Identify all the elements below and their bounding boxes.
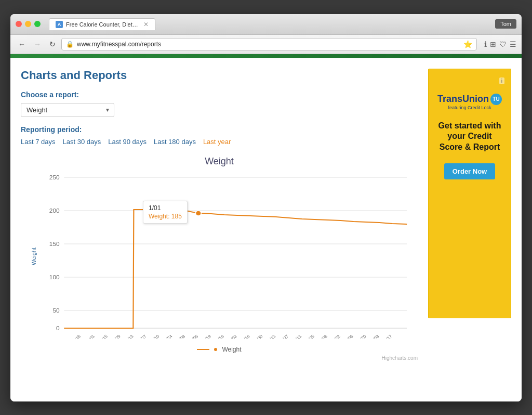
- menu-icon[interactable]: ☰: [510, 40, 516, 48]
- svg-text:11/10: 11/10: [149, 333, 161, 339]
- close-button[interactable]: [16, 21, 22, 27]
- ad-box: i TransUnion TU featuring Credit Lock Ge…: [428, 69, 511, 318]
- info-icon[interactable]: ℹ: [484, 40, 487, 48]
- period-section: Reporting period: Last 7 days Last 30 da…: [21, 125, 418, 146]
- title-bar: A Free Calorie Counter, Diet… ✕ Tom: [10, 14, 522, 35]
- tab-favicon: A: [56, 21, 63, 28]
- traffic-lights: [16, 21, 41, 27]
- svg-text:8/17: 8/17: [383, 333, 393, 339]
- svg-text:200: 200: [49, 208, 60, 214]
- svg-text:250: 250: [49, 174, 60, 180]
- period-180days[interactable]: Last 180 days: [154, 138, 196, 146]
- page-title: Charts and Reports: [21, 69, 418, 82]
- legend-label: Weight: [222, 346, 241, 353]
- chart-title: Weight: [21, 156, 418, 167]
- svg-text:150: 150: [49, 241, 60, 247]
- browser-window: A Free Calorie Counter, Diet… ✕ Tom ← → …: [10, 14, 522, 401]
- svg-text:6/08: 6/08: [318, 333, 329, 339]
- svg-text:9/01: 9/01: [86, 333, 96, 339]
- chart-legend: Weight: [21, 346, 418, 353]
- svg-point-39: [195, 211, 201, 216]
- nav-bar: ← → ↻ 🔒 www.myfitnesspal.com/reports ⭐ ℹ…: [10, 35, 522, 54]
- maximize-button[interactable]: [34, 21, 41, 27]
- chart-area: Weight 250 200 150 100 5: [42, 172, 413, 341]
- ad-headline: Get started with your Credit Score & Rep…: [435, 121, 504, 153]
- reload-button[interactable]: ↻: [47, 39, 58, 49]
- chart-svg: 250 200 150 100 50 0 8/18 9/01 8/18: [42, 172, 413, 339]
- y-axis-label: Weight: [31, 247, 37, 265]
- svg-text:100: 100: [49, 274, 60, 280]
- svg-text:3/02: 3/02: [228, 333, 238, 339]
- svg-text:11/24: 11/24: [162, 333, 174, 339]
- nav-icons: ℹ ⊞ 🛡 ☰: [484, 40, 516, 48]
- ad-cta-button[interactable]: Order Now: [444, 163, 495, 179]
- svg-text:4/13: 4/13: [267, 333, 277, 339]
- transunion-brand: TransUnion TU: [437, 94, 502, 105]
- brand-name: TransUnion: [437, 94, 489, 105]
- report-select-wrapper: Weight Calories Nutrients Body Fat Steps…: [21, 103, 114, 117]
- svg-text:1/19: 1/19: [202, 333, 212, 339]
- chart-container: Weight Weight 250 200 150: [21, 156, 418, 361]
- period-90days[interactable]: Last 90 days: [108, 138, 147, 146]
- layers-icon[interactable]: ⊞: [490, 40, 496, 48]
- tab-close-icon[interactable]: ✕: [143, 21, 149, 28]
- user-badge: Tom: [495, 19, 516, 29]
- svg-text:9/29: 9/29: [112, 333, 122, 339]
- site-header-bar: [10, 54, 522, 58]
- report-label: Choose a report:: [21, 90, 418, 99]
- svg-text:10/13: 10/13: [123, 333, 135, 339]
- legend-dot-icon: [214, 348, 217, 351]
- svg-text:5/11: 5/11: [292, 333, 303, 339]
- back-button[interactable]: ←: [16, 39, 28, 49]
- highcharts-credit: Highcharts.com: [21, 355, 418, 361]
- ad-sidebar: i TransUnion TU featuring Credit Lock Ge…: [428, 69, 511, 391]
- period-lastyear[interactable]: Last year: [203, 138, 231, 146]
- tab-title: Free Calorie Counter, Diet…: [66, 21, 138, 28]
- svg-text:4/27: 4/27: [280, 333, 290, 339]
- svg-text:5/25: 5/25: [305, 333, 316, 339]
- page-content: Charts and Reports Choose a report: Weig…: [10, 58, 522, 401]
- svg-text:8/03: 8/03: [370, 333, 380, 339]
- brand-tagline: featuring Credit Lock: [448, 105, 491, 110]
- period-7days[interactable]: Last 7 days: [21, 138, 56, 146]
- svg-text:3/30: 3/30: [254, 333, 264, 339]
- svg-text:6/22: 6/22: [331, 333, 342, 339]
- svg-text:50: 50: [52, 307, 59, 314]
- transunion-logo: TransUnion TU featuring Credit Lock: [437, 94, 502, 110]
- forward-button[interactable]: →: [31, 39, 44, 49]
- svg-text:7/20: 7/20: [357, 333, 368, 339]
- svg-text:3/16: 3/16: [241, 333, 251, 339]
- svg-text:8/18: 8/18: [72, 333, 82, 339]
- period-label: Reporting period:: [21, 125, 418, 134]
- svg-text:0: 0: [56, 325, 60, 331]
- svg-text:7/06: 7/06: [344, 333, 355, 339]
- shield-icon[interactable]: 🛡: [499, 40, 507, 48]
- browser-tab[interactable]: A Free Calorie Counter, Diet… ✕: [49, 18, 155, 30]
- period-links: Last 7 days Last 30 days Last 90 days La…: [21, 138, 418, 146]
- svg-text:9/15: 9/15: [99, 333, 109, 339]
- svg-text:10/27: 10/27: [136, 333, 148, 339]
- brand-icon: TU: [490, 94, 502, 105]
- address-text: www.myfitnesspal.com/reports: [77, 41, 460, 48]
- period-30days[interactable]: Last 30 days: [63, 138, 101, 146]
- minimize-button[interactable]: [25, 21, 31, 27]
- legend-line-icon: [197, 349, 209, 350]
- report-select[interactable]: Weight Calories Nutrients Body Fat Steps: [21, 103, 114, 117]
- main-content: Charts and Reports Choose a report: Weig…: [21, 69, 418, 391]
- svg-text:2/16: 2/16: [215, 333, 225, 339]
- tab-bar: A Free Calorie Counter, Diet… ✕: [49, 18, 491, 30]
- ad-indicator: i: [499, 77, 504, 84]
- svg-text:12/08: 12/08: [175, 333, 187, 339]
- address-bar[interactable]: 🔒 www.myfitnesspal.com/reports ⭐: [61, 38, 477, 50]
- svg-text:1/05: 1/05: [189, 333, 200, 339]
